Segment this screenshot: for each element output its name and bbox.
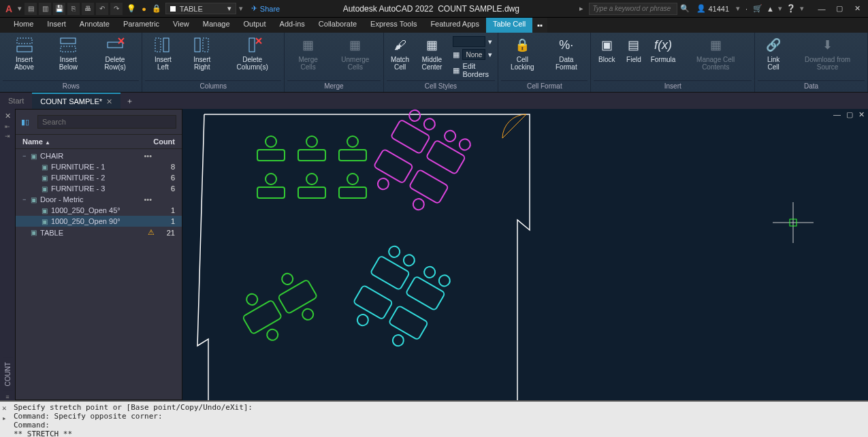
drawing-canvas[interactable]: — ▢ ✕ (182, 109, 868, 400)
svg-rect-20 (339, 150, 366, 161)
palette-anchor-icon[interactable]: ⇤ (5, 123, 10, 130)
svg-point-25 (306, 174, 317, 184)
palette-title[interactable]: COUNT (3, 358, 13, 391)
insert-left-button[interactable]: Insert Left (145, 34, 180, 72)
qat-open-icon[interactable]: ▥ (39, 3, 51, 15)
cmd-close-icon[interactable]: ✕ (2, 404, 7, 412)
qat-save-icon[interactable]: 💾 (53, 3, 65, 15)
tab-output[interactable]: Output (237, 18, 273, 33)
tab-manage[interactable]: Manage (196, 18, 237, 33)
tab-addins[interactable]: Add-ins (273, 18, 312, 33)
tree-row[interactable]: ▣FURNITURE - 26 (16, 172, 182, 183)
new-tab-button[interactable]: ＋ (120, 93, 139, 109)
canvas-maximize-icon[interactable]: ▢ (844, 110, 855, 119)
bgcolor-dropdown[interactable]: ▾ (451, 35, 494, 48)
insert-above-button[interactable]: Insert Above (3, 34, 46, 72)
block-button[interactable]: ▣Block (594, 34, 620, 65)
close-tab-icon[interactable]: ✕ (106, 97, 112, 106)
tab-document[interactable]: COUNT SAMPLE* ✕ (32, 93, 120, 109)
svg-point-48 (422, 265, 437, 280)
tab-parametric[interactable]: Parametric (116, 18, 166, 33)
tree-row[interactable]: −▣CHAIR••• (16, 150, 182, 161)
qat-undo-icon[interactable]: ↶ (96, 3, 108, 15)
panel-columns: Insert Left Insert Right Delete Column(s… (142, 33, 285, 92)
ribbon-tabs: Home Insert Annotate Parametric View Man… (0, 18, 868, 33)
align-icon: ▦ (421, 35, 442, 54)
canvas-minimize-icon[interactable]: — (831, 110, 843, 119)
link-cell-button[interactable]: 🔗Link Cell (758, 34, 789, 72)
command-line[interactable]: ✕ ▸ Specify stretch point or [Base point… (0, 400, 868, 437)
quick-access-toolbar: ▤ ▥ 💾 ⎘ 🖶 ↶ ↷ (25, 3, 123, 15)
cmd-arrow-icon[interactable]: ▸ (2, 414, 7, 423)
tab-tablecell[interactable]: Table Cell (486, 18, 532, 33)
ribbon-toggle-icon[interactable]: ▪▪ (532, 18, 547, 33)
user-account[interactable]: 👤 41441 (694, 4, 732, 13)
tree-row[interactable]: ▣FURNITURE - 36 (16, 183, 182, 194)
close-button[interactable]: ✕ (849, 3, 865, 15)
tab-home[interactable]: Home (7, 18, 40, 33)
qat-plot-icon[interactable]: 🖶 (82, 3, 94, 15)
alignment-button[interactable]: ▦Middle Center (415, 34, 449, 72)
lightbulb-icon[interactable]: 💡 (125, 4, 138, 13)
svg-rect-34 (374, 149, 413, 184)
palette-menu-icon[interactable]: ≡ (5, 393, 9, 400)
cellstyle-dropdown[interactable]: ▦None▾ (451, 48, 494, 61)
tab-view[interactable]: View (166, 18, 196, 33)
tree-row[interactable]: ▣1000_250_Open 90°1 (16, 216, 182, 227)
insert-right-button[interactable]: Insert Right (182, 34, 222, 72)
search-icon[interactable]: 🔍 (680, 4, 690, 13)
help-search-input[interactable] (589, 3, 677, 15)
tab-collaborate[interactable]: Collaborate (312, 18, 364, 33)
share-button[interactable]: ✈ Share (246, 4, 285, 13)
tab-annotate[interactable]: Annotate (73, 18, 116, 33)
edit-borders-button[interactable]: ▦Edit Borders (451, 61, 494, 79)
svg-rect-51 (389, 306, 428, 340)
qat-redo-icon[interactable]: ↷ (110, 3, 123, 15)
qat-saveas-icon[interactable]: ⎘ (67, 3, 80, 15)
qat-new-icon[interactable]: ▤ (25, 3, 37, 15)
document-tabs: Start COUNT SAMPLE* ✕ ＋ (0, 93, 868, 109)
match-cell-button[interactable]: 🖌Match Cell (387, 34, 414, 72)
layer-dropdown[interactable]: TABLE ▾ (165, 3, 236, 14)
cart-icon[interactable]: 🛒 (753, 4, 762, 13)
user-icon: 👤 (696, 4, 706, 13)
delete-rows-button[interactable]: Delete Row(s) (91, 34, 140, 72)
svg-point-53 (391, 333, 406, 348)
tab-start[interactable]: Start (0, 93, 32, 109)
delete-cols-button[interactable]: Delete Column(s) (223, 34, 281, 72)
search-input[interactable] (37, 115, 176, 129)
app-icon[interactable]: ▲ (767, 5, 774, 13)
tab-featured[interactable]: Featured Apps (423, 18, 486, 33)
insert-below-button[interactable]: Insert Below (47, 34, 90, 72)
palette-header[interactable]: Name▲ Count (16, 134, 182, 149)
tree-row[interactable]: ▣TABLE⚠21 (16, 227, 182, 238)
workspace: ✕ ⇤ ⇥ COUNT ≡ ▮▯ Name▲ Count −▣CHAIR•••▣… (0, 109, 868, 400)
filter-icon[interactable]: ▮▯ (21, 118, 33, 127)
tab-express[interactable]: Express Tools (364, 18, 423, 33)
svg-point-23 (266, 174, 276, 184)
lock-icon[interactable]: 🔒 (150, 4, 163, 13)
cell-locking-button[interactable]: 🔒Cell Locking (501, 34, 543, 72)
data-format-button[interactable]: %·Data Format (545, 34, 588, 72)
download-icon: ⬇ (818, 35, 838, 54)
svg-point-33 (457, 137, 472, 152)
tab-insert[interactable]: Insert (40, 18, 73, 33)
tree-row[interactable]: ▣1000_250_Open 45°1 (16, 205, 182, 216)
svg-point-37 (411, 197, 426, 212)
bulb2-icon[interactable]: ● (140, 5, 148, 13)
canvas-close-icon[interactable]: ✕ (856, 110, 867, 119)
insert-left-icon (152, 35, 173, 54)
window-title: Autodesk AutoCAD 2022 COUNT SAMPLE.dwg (288, 4, 574, 14)
tree-row[interactable]: −▣Door - Metric••• (16, 194, 182, 205)
svg-rect-56 (790, 219, 797, 226)
formula-button[interactable]: f(x)Formula (648, 34, 678, 65)
minimize-button[interactable]: — (814, 3, 830, 15)
palette-anchor2-icon[interactable]: ⇥ (5, 133, 10, 140)
tree-row[interactable]: ▣FURNITURE - 18 (16, 161, 182, 172)
svg-rect-16 (257, 150, 285, 161)
field-button[interactable]: ▤Field (621, 34, 647, 65)
palette-close-icon[interactable]: ✕ (5, 112, 11, 120)
help-icon[interactable]: ❔ (786, 4, 796, 13)
maximize-button[interactable]: ▢ (831, 3, 848, 15)
unmerge-cells-button: ▦Unmerge Cells (330, 34, 381, 72)
